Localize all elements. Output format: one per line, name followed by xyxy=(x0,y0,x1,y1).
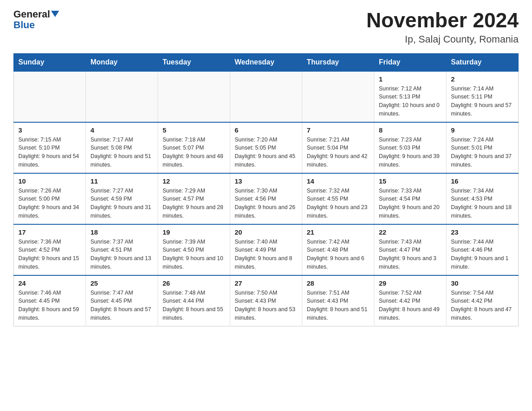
calendar-week-row: 24Sunrise: 7:46 AM Sunset: 4:45 PM Dayli… xyxy=(14,275,519,326)
calendar-cell: 13Sunrise: 7:30 AM Sunset: 4:56 PM Dayli… xyxy=(230,173,302,224)
calendar-cell: 24Sunrise: 7:46 AM Sunset: 4:45 PM Dayli… xyxy=(14,275,86,326)
day-info: Sunrise: 7:15 AM Sunset: 5:10 PM Dayligh… xyxy=(18,136,81,169)
calendar-cell xyxy=(230,71,302,122)
weekday-header-row: Sunday Monday Tuesday Wednesday Thursday… xyxy=(14,53,519,71)
day-info: Sunrise: 7:39 AM Sunset: 4:50 PM Dayligh… xyxy=(163,238,225,271)
calendar-cell xyxy=(302,71,374,122)
day-info: Sunrise: 7:33 AM Sunset: 4:54 PM Dayligh… xyxy=(379,187,442,220)
calendar-week-row: 1Sunrise: 7:12 AM Sunset: 5:13 PM Daylig… xyxy=(14,71,519,122)
calendar-cell: 12Sunrise: 7:29 AM Sunset: 4:57 PM Dayli… xyxy=(158,173,230,224)
day-number: 12 xyxy=(163,177,225,185)
calendar-week-row: 17Sunrise: 7:36 AM Sunset: 4:52 PM Dayli… xyxy=(14,224,519,275)
calendar-cell: 23Sunrise: 7:44 AM Sunset: 4:46 PM Dayli… xyxy=(446,224,519,275)
title-area: November 2024 Ip, Salaj County, Romania xyxy=(366,9,519,45)
day-info: Sunrise: 7:42 AM Sunset: 4:48 PM Dayligh… xyxy=(307,238,369,271)
header-thursday: Thursday xyxy=(302,53,374,71)
day-number: 4 xyxy=(90,126,153,134)
day-info: Sunrise: 7:23 AM Sunset: 5:03 PM Dayligh… xyxy=(379,136,442,169)
logo-triangle-icon xyxy=(51,11,59,17)
day-number: 5 xyxy=(163,126,225,134)
calendar-cell: 26Sunrise: 7:48 AM Sunset: 4:44 PM Dayli… xyxy=(158,275,230,326)
day-info: Sunrise: 7:51 AM Sunset: 4:43 PM Dayligh… xyxy=(307,289,369,322)
day-info: Sunrise: 7:17 AM Sunset: 5:08 PM Dayligh… xyxy=(90,136,153,169)
logo: General Blue xyxy=(13,9,59,30)
calendar-cell: 22Sunrise: 7:43 AM Sunset: 4:47 PM Dayli… xyxy=(374,224,446,275)
header-saturday: Saturday xyxy=(446,53,519,71)
logo-general: General xyxy=(13,9,50,20)
day-info: Sunrise: 7:36 AM Sunset: 4:52 PM Dayligh… xyxy=(18,238,81,271)
day-number: 7 xyxy=(307,126,369,134)
calendar-cell: 29Sunrise: 7:52 AM Sunset: 4:42 PM Dayli… xyxy=(374,275,446,326)
logo-blue: Blue xyxy=(13,19,35,30)
calendar-cell: 2Sunrise: 7:14 AM Sunset: 5:11 PM Daylig… xyxy=(446,71,519,122)
calendar-cell: 14Sunrise: 7:32 AM Sunset: 4:55 PM Dayli… xyxy=(302,173,374,224)
header-tuesday: Tuesday xyxy=(158,53,230,71)
day-number: 18 xyxy=(90,228,153,236)
calendar-cell: 3Sunrise: 7:15 AM Sunset: 5:10 PM Daylig… xyxy=(14,122,86,173)
day-number: 8 xyxy=(379,126,442,134)
calendar-cell xyxy=(158,71,230,122)
logo-text: General Blue xyxy=(13,9,59,30)
calendar-cell: 10Sunrise: 7:26 AM Sunset: 5:00 PM Dayli… xyxy=(14,173,86,224)
day-info: Sunrise: 7:14 AM Sunset: 5:11 PM Dayligh… xyxy=(451,85,514,118)
calendar-cell: 30Sunrise: 7:54 AM Sunset: 4:42 PM Dayli… xyxy=(446,275,519,326)
calendar-cell: 8Sunrise: 7:23 AM Sunset: 5:03 PM Daylig… xyxy=(374,122,446,173)
calendar-cell: 6Sunrise: 7:20 AM Sunset: 5:05 PM Daylig… xyxy=(230,122,302,173)
day-info: Sunrise: 7:50 AM Sunset: 4:43 PM Dayligh… xyxy=(235,289,297,322)
calendar-cell: 15Sunrise: 7:33 AM Sunset: 4:54 PM Dayli… xyxy=(374,173,446,224)
day-info: Sunrise: 7:34 AM Sunset: 4:53 PM Dayligh… xyxy=(451,187,514,220)
day-info: Sunrise: 7:24 AM Sunset: 5:01 PM Dayligh… xyxy=(451,136,514,169)
day-info: Sunrise: 7:21 AM Sunset: 5:04 PM Dayligh… xyxy=(307,136,369,169)
calendar-cell: 19Sunrise: 7:39 AM Sunset: 4:50 PM Dayli… xyxy=(158,224,230,275)
main-title: November 2024 xyxy=(366,9,519,32)
calendar-cell: 21Sunrise: 7:42 AM Sunset: 4:48 PM Dayli… xyxy=(302,224,374,275)
day-info: Sunrise: 7:12 AM Sunset: 5:13 PM Dayligh… xyxy=(379,85,442,118)
day-number: 29 xyxy=(379,279,442,287)
day-info: Sunrise: 7:46 AM Sunset: 4:45 PM Dayligh… xyxy=(18,289,81,322)
calendar-table: Sunday Monday Tuesday Wednesday Thursday… xyxy=(13,53,519,326)
calendar-cell xyxy=(14,71,86,122)
header-monday: Monday xyxy=(86,53,158,71)
header-sunday: Sunday xyxy=(14,53,86,71)
day-number: 13 xyxy=(235,177,297,185)
day-number: 25 xyxy=(90,279,153,287)
day-number: 2 xyxy=(451,75,514,83)
day-info: Sunrise: 7:18 AM Sunset: 5:07 PM Dayligh… xyxy=(163,136,225,169)
calendar-cell: 7Sunrise: 7:21 AM Sunset: 5:04 PM Daylig… xyxy=(302,122,374,173)
calendar-cell: 20Sunrise: 7:40 AM Sunset: 4:49 PM Dayli… xyxy=(230,224,302,275)
day-number: 3 xyxy=(18,126,81,134)
day-number: 20 xyxy=(235,228,297,236)
calendar-week-row: 10Sunrise: 7:26 AM Sunset: 5:00 PM Dayli… xyxy=(14,173,519,224)
day-info: Sunrise: 7:54 AM Sunset: 4:42 PM Dayligh… xyxy=(451,289,514,322)
day-number: 24 xyxy=(18,279,81,287)
day-info: Sunrise: 7:52 AM Sunset: 4:42 PM Dayligh… xyxy=(379,289,442,322)
day-info: Sunrise: 7:20 AM Sunset: 5:05 PM Dayligh… xyxy=(235,136,297,169)
day-number: 15 xyxy=(379,177,442,185)
day-number: 27 xyxy=(235,279,297,287)
subtitle: Ip, Salaj County, Romania xyxy=(366,34,519,45)
calendar-cell: 5Sunrise: 7:18 AM Sunset: 5:07 PM Daylig… xyxy=(158,122,230,173)
day-number: 23 xyxy=(451,228,514,236)
day-number: 14 xyxy=(307,177,369,185)
day-number: 6 xyxy=(235,126,297,134)
day-info: Sunrise: 7:43 AM Sunset: 4:47 PM Dayligh… xyxy=(379,238,442,271)
calendar-cell: 18Sunrise: 7:37 AM Sunset: 4:51 PM Dayli… xyxy=(86,224,158,275)
day-info: Sunrise: 7:47 AM Sunset: 4:45 PM Dayligh… xyxy=(90,289,153,322)
calendar-cell: 25Sunrise: 7:47 AM Sunset: 4:45 PM Dayli… xyxy=(86,275,158,326)
page-header: General Blue November 2024 Ip, Salaj Cou… xyxy=(13,9,519,45)
day-number: 9 xyxy=(451,126,514,134)
day-info: Sunrise: 7:26 AM Sunset: 5:00 PM Dayligh… xyxy=(18,187,81,220)
calendar-cell: 16Sunrise: 7:34 AM Sunset: 4:53 PM Dayli… xyxy=(446,173,519,224)
day-number: 22 xyxy=(379,228,442,236)
calendar-cell: 1Sunrise: 7:12 AM Sunset: 5:13 PM Daylig… xyxy=(374,71,446,122)
day-number: 16 xyxy=(451,177,514,185)
day-info: Sunrise: 7:40 AM Sunset: 4:49 PM Dayligh… xyxy=(235,238,297,271)
header-friday: Friday xyxy=(374,53,446,71)
calendar-week-row: 3Sunrise: 7:15 AM Sunset: 5:10 PM Daylig… xyxy=(14,122,519,173)
header-wednesday: Wednesday xyxy=(230,53,302,71)
calendar-cell: 4Sunrise: 7:17 AM Sunset: 5:08 PM Daylig… xyxy=(86,122,158,173)
day-info: Sunrise: 7:32 AM Sunset: 4:55 PM Dayligh… xyxy=(307,187,369,220)
calendar-cell: 28Sunrise: 7:51 AM Sunset: 4:43 PM Dayli… xyxy=(302,275,374,326)
day-number: 19 xyxy=(163,228,225,236)
day-info: Sunrise: 7:44 AM Sunset: 4:46 PM Dayligh… xyxy=(451,238,514,271)
